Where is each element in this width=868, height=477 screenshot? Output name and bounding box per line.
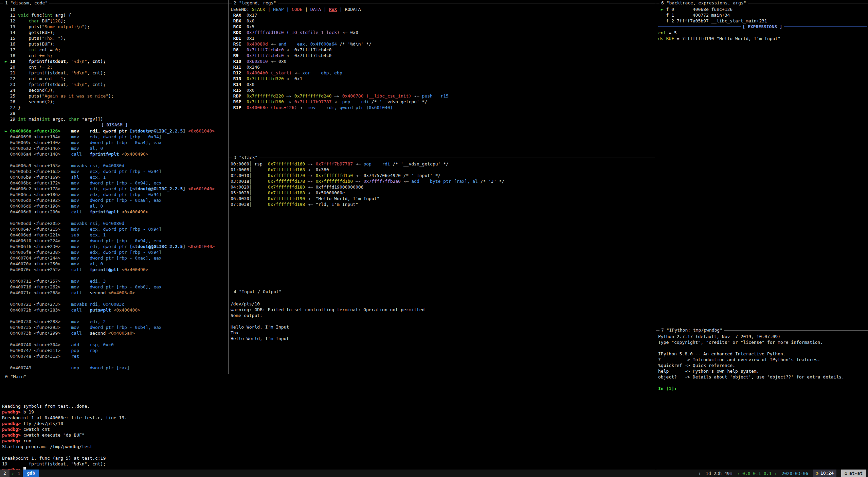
terminal-line: R13 0x7fffffffd320 ◂— 0x1 bbox=[231, 76, 656, 82]
terminal-line: cnt = 5 bbox=[658, 30, 868, 36]
terminal-line bbox=[2, 313, 228, 319]
terminal-line bbox=[2, 380, 656, 386]
pane-io-border[interactable]: 4 "Input / Output" bbox=[229, 289, 656, 295]
terminal-line: 0x4006f6 <func+230> mov rdi, qword ptr [… bbox=[2, 244, 228, 249]
time-text: 10:24 bbox=[820, 471, 834, 476]
pane-ipy-border[interactable]: 7 "IPython: tmp/pwndbg" bbox=[656, 327, 868, 333]
terminal-line: R9 0x7ffff7fcb4c0 ◂— 0x7ffff7fcb4c0 bbox=[231, 53, 656, 58]
terminal-line bbox=[231, 295, 656, 301]
terminal-line: 0x4006ca <func+186> mov edx, dword ptr [… bbox=[2, 192, 228, 197]
terminal-line: R15 0x0 bbox=[231, 87, 656, 93]
pane-stack-title: 3 "stack" bbox=[232, 155, 259, 160]
terminal-line bbox=[231, 318, 656, 324]
terminal-line: 0x4006fe <func+238> mov edx, dword ptr [… bbox=[2, 249, 228, 255]
terminal-line: 16 puts(BUF); bbox=[2, 41, 228, 47]
pane-stack[interactable]: 3 "stack" 00:0000│ rsp 0x7fffffffd160 —▸… bbox=[229, 155, 656, 289]
window-name-tab[interactable]: gdb bbox=[23, 470, 39, 477]
pane-regs-title: 2 "legend, regs" bbox=[232, 0, 278, 6]
terminal-line: 24 second(3); bbox=[2, 87, 228, 93]
registers-listing: LEGEND: STACK | HEAP | CODE | DATA | RWX… bbox=[229, 6, 656, 110]
terminal-line: LEGEND: STACK | HEAP | CODE | DATA | RWX… bbox=[231, 6, 656, 12]
terminal-line bbox=[2, 398, 656, 403]
date-text: 2020-03-06 bbox=[782, 471, 808, 476]
terminal-line: ► 19 fprintf(stdout, "%d\n", cnt); bbox=[2, 58, 228, 64]
pane-disasm-border: 1 "disasm, code" bbox=[0, 0, 228, 6]
terminal-line: 0x4006c2 <func+178> mov rdi, qword ptr [… bbox=[2, 186, 228, 192]
pane-io-title: 4 "Input / Output" bbox=[232, 289, 283, 295]
terminal-line: 0x40072b <func+283> call puts@plt <0x400… bbox=[2, 307, 228, 313]
terminal-line: 27 } bbox=[2, 105, 228, 110]
terminal-line: 07:0038│ 0x7fffffffd198 ◂— "rld, I'm Inp… bbox=[231, 201, 656, 207]
terminal-line bbox=[2, 157, 228, 163]
terminal-line: 00:0000│ rsp 0x7fffffffd160 —▸ 0x7ffff7b… bbox=[231, 161, 656, 167]
status-left: 2 › 1 gdb bbox=[0, 470, 39, 477]
terminal-line: ? -> Introduction and overview of IPytho… bbox=[658, 357, 868, 363]
terminal-line: 04:0020│ 0x7fffffffd180 ◂— 0xffffd190000… bbox=[231, 184, 656, 190]
terminal-line: 23 fprintf(stdout, "%d\n", cnt); bbox=[2, 82, 228, 87]
terminal-line: RSI 0x40080d ◂— and eax, 0x4f000a64 /* '… bbox=[231, 41, 656, 47]
hostname: at-at bbox=[849, 471, 863, 476]
terminal-line bbox=[2, 359, 228, 365]
terminal-line: 0x4006f0 <func+224> mov dword ptr [rbp -… bbox=[2, 238, 228, 244]
terminal-line: 11 void func(int arg) { bbox=[2, 12, 228, 18]
terminal-line: 0x40073b <func+299> call second <0x4005a… bbox=[2, 330, 228, 336]
tmux-status-bar: 2 › 1 gdb ↑ 1d 23h 49m ‹ 0.0 0.1 0.1 › 2… bbox=[0, 470, 868, 477]
terminal-line: pwndbg> cwatch execute "ds BUF" bbox=[2, 432, 656, 438]
terminal-line: 0x400696 <func+134> mov edx, dword ptr [… bbox=[2, 134, 228, 140]
pane-main-gdb[interactable]: 0 "Main" Reading symbols from test...don… bbox=[0, 374, 656, 470]
terminal-line: Python 2.7.17 (default, Nov 7 2019, 10:0… bbox=[658, 334, 868, 339]
terminal-line: RDX 0x7ffff7dd18c0 (_IO_stdfile_1_lock) … bbox=[231, 30, 656, 35]
pane-divider-vertical[interactable] bbox=[656, 0, 656, 470]
pane-backtrace-expressions[interactable]: 6 "backtrace, expressions, args" ► f 0 4… bbox=[656, 0, 868, 327]
terminal-line: IPython 5.8.0 -- An enhanced Interactive… bbox=[658, 351, 868, 357]
terminal-line: 0x400740 <func+304> add rsp, 0xc0 bbox=[2, 342, 228, 348]
pane-regs-border: 2 "legend, regs" bbox=[229, 0, 656, 6]
terminal-line: 0x400730 <func+288> mov edi, 2 bbox=[2, 319, 228, 324]
pane-main-title: 0 "Main" bbox=[3, 374, 28, 379]
terminal-line: pwndbg> tty /dev/pts/10 bbox=[2, 421, 656, 426]
pane-input-output[interactable]: 4 "Input / Output" /dev/pts/10warning: G… bbox=[229, 289, 656, 374]
pane-legend-regs[interactable]: 2 "legend, regs" LEGEND: STACK | HEAP | … bbox=[229, 0, 656, 155]
terminal-line: RBP 0x7fffffffd220 —▸ 0x7fffffffd240 —▸ … bbox=[231, 93, 656, 99]
terminal-line: ds BUF = 7fffffffd190 "Hello World, I'm … bbox=[658, 36, 868, 41]
terminal-line: %quickref -> Quick reference. bbox=[658, 363, 868, 368]
terminal-line: 0x40070a <func+250> mov al, 0 bbox=[2, 261, 228, 267]
window-index[interactable]: 1 bbox=[16, 471, 22, 476]
terminal-line bbox=[2, 386, 656, 392]
terminal-line: Reading symbols from test...done. bbox=[2, 403, 656, 409]
expressions-section-header: [ EXPRESSIONS ] bbox=[658, 24, 867, 30]
terminal-line: 17 int cnt = 0; bbox=[2, 47, 228, 53]
terminal-line: 0x4006b9 <func+169> shl ecx, 1 bbox=[2, 174, 228, 180]
pane-ipython[interactable]: 7 "IPython: tmp/pwndbg" Python 2.7.17 (d… bbox=[656, 327, 868, 470]
terminal-line: RBX 0x0 bbox=[231, 18, 656, 24]
terminal-line: help -> Python's own help system. bbox=[658, 368, 868, 374]
terminal-line: 01:0008│ 0x7fffffffd168 ◂— 0x380 bbox=[231, 167, 656, 173]
pane-border-line bbox=[0, 377, 656, 377]
host-segment: ⌂at-at bbox=[841, 470, 866, 477]
pane-disasm-code[interactable]: 1 "disasm, code" 10 11 void func(int arg… bbox=[0, 0, 228, 374]
host-icon: ⌂ bbox=[845, 471, 847, 476]
pane-divider-vertical[interactable] bbox=[228, 0, 229, 374]
status-right: ↑ 1d 23h 49m ‹ 0.0 0.1 0.1 › 2020-03-06 … bbox=[693, 470, 868, 477]
ipython-console-output[interactable]: Python 2.7.17 (default, Nov 7 2019, 10:0… bbox=[656, 333, 868, 391]
terminal-line: f 2 7ffff7a05b97 __libc_start_main+231 bbox=[658, 18, 868, 24]
terminal-line bbox=[2, 449, 656, 455]
terminal-line bbox=[2, 336, 228, 342]
pane-stack-border[interactable]: 3 "stack" bbox=[229, 155, 656, 161]
terminal-line: 0x4006bc <func+172> mov dword ptr [rbp -… bbox=[2, 180, 228, 186]
terminal-line: warning: GDB: Failed to set controlling … bbox=[231, 307, 656, 313]
terminal-line: R12 0x4004b0 (_start) ◂— xor ebp, ebp bbox=[231, 70, 656, 76]
terminal-line: RDI 0x1 bbox=[231, 35, 656, 41]
pane-border-line bbox=[229, 3, 656, 3]
terminal-line: R14 0x0 bbox=[231, 82, 656, 87]
source-code-listing: 10 11 void func(int arg) { 12 char BUF[1… bbox=[0, 6, 228, 122]
terminal-line: Hello World, I'm Input bbox=[231, 324, 656, 330]
terminal-line: 20 cnt *= 2; bbox=[2, 64, 228, 70]
terminal-line: RSP 0x7fffffffd160 —▸ 0x7ffff7b97787 ◂— … bbox=[231, 99, 656, 105]
terminal-line: 06:0030│ 0x7fffffffd190 ◂— "Hello World,… bbox=[231, 196, 656, 201]
gdb-console-output[interactable]: Reading symbols from test...done.pwndbg>… bbox=[0, 380, 656, 470]
pane-main-border[interactable]: 0 "Main" bbox=[0, 374, 656, 380]
terminal-line: RCX 0x5 bbox=[231, 24, 656, 30]
pane-border-line bbox=[229, 158, 656, 158]
session-indicator[interactable]: 2 bbox=[0, 470, 10, 477]
